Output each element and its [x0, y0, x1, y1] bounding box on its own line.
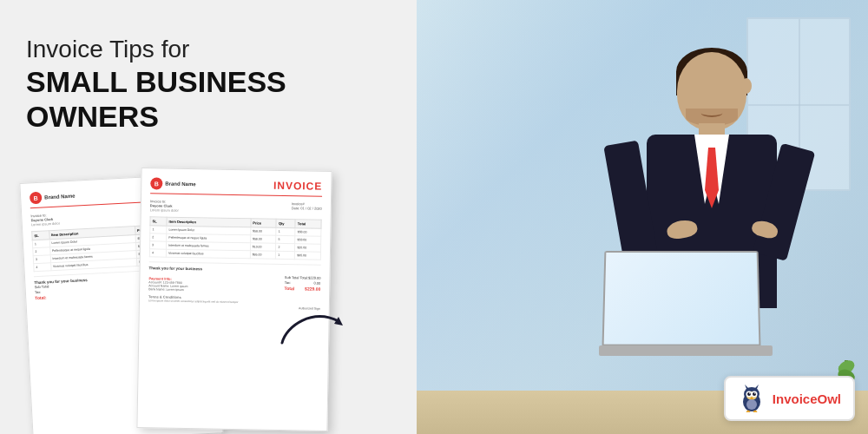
invoice-title-front: INVOICE: [273, 180, 323, 193]
invoice-number-front: Invoice# Date: 01 / 02 / 2020: [292, 201, 322, 215]
invoice-to-back: Invoice to: Dayone Clark Lorem ipsum dol…: [30, 213, 60, 227]
left-panel: Invoice Tips for SMALL BUSINESS OWNERS B…: [0, 0, 417, 434]
svg-marker-4: [754, 385, 759, 389]
owl-icon: [738, 385, 766, 412]
headline-line2: SMALL BUSINESS OWNERS: [26, 64, 391, 135]
arrow-container: [278, 299, 347, 352]
invoice-meta-front: Invoice to: Dayone Clark Lorem ipsum dol…: [150, 199, 322, 214]
laptop-screen-content: [604, 253, 760, 345]
invoice-totals-front: Sub Total Total: $229.00 Tax: 0.00 Total…: [284, 275, 320, 294]
table-row: 4Vivamus volutpat faucibus$95.001$95.00: [149, 249, 320, 260]
col-qty-front: Qty: [276, 220, 295, 228]
col-sl-front: SL: [150, 217, 167, 226]
brand-area-back: B Brand Name: [30, 190, 76, 205]
person-ear: [741, 78, 752, 94]
svg-point-13: [746, 399, 757, 410]
page-container: Invoice Tips for SMALL BUSINESS OWNERS B…: [0, 0, 868, 434]
invoice-to-front: Invoice to: Dayone Clark Lorem ipsum dol…: [150, 199, 179, 213]
brand-name-front: Brand Name: [165, 181, 195, 187]
logo-owl-text: Owl: [817, 391, 841, 406]
person-figure: [590, 52, 833, 382]
brand-icon-front: B: [150, 177, 162, 189]
logo-text-area: InvoiceOwl: [773, 392, 841, 405]
person-head: [677, 52, 746, 130]
photo-background: [417, 0, 868, 434]
logo-app-name: InvoiceOwl: [773, 392, 841, 405]
person-smile: [701, 108, 723, 117]
svg-marker-3: [745, 385, 749, 389]
invoice-header-front: B Brand Name INVOICE: [150, 177, 322, 196]
laptop-screen: [602, 251, 761, 346]
brand-area-front: B Brand Name: [150, 177, 196, 190]
arrow-icon: [278, 299, 347, 352]
laptop-base: [599, 345, 773, 356]
headline-area: Invoice Tips for SMALL BUSINESS OWNERS: [26, 35, 391, 135]
svg-point-10: [749, 392, 751, 394]
invoices-area: B Brand Name INVOICE Invoice to: Dayone …: [26, 161, 391, 434]
logo-invoice-text: Invoice: [773, 391, 818, 406]
invoice-payment-front: Payment Info: Account#: 123-456-7890 Acc…: [148, 276, 187, 292]
svg-point-11: [754, 392, 756, 394]
brand-icon-back: B: [30, 192, 43, 205]
right-panel: InvoiceOwl: [417, 0, 868, 434]
brand-name-back: Brand Name: [44, 194, 76, 201]
logo-badge: InvoiceOwl: [724, 376, 855, 421]
invoice-table-front: SL Item Description Price Qty Total 1Lor…: [149, 216, 322, 260]
headline-line1: Invoice Tips for: [26, 35, 391, 64]
